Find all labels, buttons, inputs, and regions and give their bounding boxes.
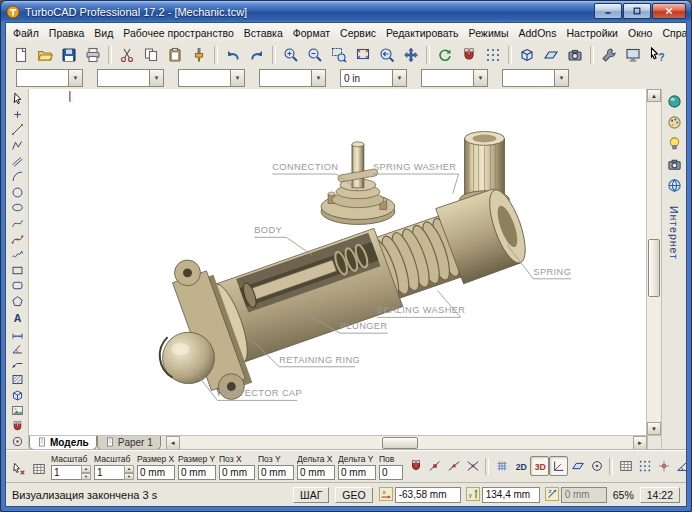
close-button[interactable] xyxy=(652,3,686,19)
toolbar-button-open-file[interactable] xyxy=(33,43,57,66)
tool-ellipse-tool[interactable] xyxy=(8,200,27,216)
toolbar-button-paste[interactable] xyxy=(163,43,187,66)
spinner-control[interactable]: ▲▼ xyxy=(81,465,91,480)
menu-edit[interactable]: Правка xyxy=(44,25,89,41)
toolbar-button-save-file[interactable] xyxy=(57,43,81,66)
toolbar-button-camera[interactable] xyxy=(563,43,587,66)
property-combo-7[interactable]: ▼ xyxy=(502,69,569,87)
tool-leader-tool[interactable] xyxy=(8,356,27,372)
chevron-down-icon[interactable]: ▼ xyxy=(149,70,163,86)
toolbar-button-block[interactable] xyxy=(515,43,539,66)
toolbar-button-previous-view[interactable] xyxy=(375,43,399,66)
toggle-magnet[interactable] xyxy=(406,456,425,476)
tool-image-tool[interactable] xyxy=(8,403,27,419)
field-input[interactable]: 0 xyxy=(379,465,403,480)
scroll-down-icon[interactable]: ▼ xyxy=(647,422,661,435)
sheet-tab-paper-1[interactable]: Paper 1 xyxy=(97,436,161,450)
property-combo-5[interactable]: 0 in▼ xyxy=(340,69,407,87)
menu-tools[interactable]: Сервис xyxy=(335,25,381,41)
field-input[interactable]: 0 mm xyxy=(258,465,294,480)
toggle-sel-3d[interactable]: 3D xyxy=(530,456,549,476)
toolbar-button-new-file[interactable] xyxy=(9,43,33,66)
tool-point[interactable] xyxy=(8,107,27,123)
horizontal-scroll-thumb[interactable] xyxy=(382,437,418,449)
vertical-scrollbar[interactable]: ▲ ▼ xyxy=(646,89,661,435)
geo-toggle[interactable]: GEO xyxy=(335,487,372,503)
toolbar-button-zoom-window[interactable] xyxy=(327,43,351,66)
tool-curve-tool[interactable] xyxy=(8,216,27,232)
field-input[interactable]: 1▲▼ xyxy=(51,465,91,480)
property-combo-6[interactable]: ▼ xyxy=(421,69,488,87)
maximize-button[interactable] xyxy=(623,3,651,19)
menu-format[interactable]: Формат xyxy=(288,25,335,41)
chevron-down-icon[interactable]: ▼ xyxy=(311,70,325,86)
minimize-button[interactable] xyxy=(594,3,622,19)
panel-materials-palette[interactable] xyxy=(665,113,684,131)
chevron-down-icon[interactable]: ▼ xyxy=(473,70,487,86)
coord-field-coord-y[interactable]: 134,4 mm xyxy=(482,487,540,503)
toolbar-button-grid-dots[interactable] xyxy=(481,43,505,66)
toggle-ucs[interactable] xyxy=(549,456,568,476)
toggle-grid-dots[interactable] xyxy=(635,456,654,476)
toolbar-button-format-painter[interactable] xyxy=(187,43,211,66)
field-input[interactable]: 0 mm xyxy=(338,465,376,480)
internet-panel-label[interactable]: Интернет xyxy=(668,206,680,260)
toggle-snap-grid[interactable] xyxy=(492,456,511,476)
toggle-angle-mode[interactable] xyxy=(673,456,687,476)
inspector-cursor-x-button[interactable] xyxy=(10,460,28,477)
tool-aperture[interactable] xyxy=(8,434,27,450)
turbocad-app-icon[interactable] xyxy=(6,5,20,19)
chevron-down-icon[interactable]: ▼ xyxy=(68,70,82,86)
toolbar-button-workplane[interactable] xyxy=(539,43,563,66)
toolbar-button-redo[interactable] xyxy=(245,43,269,66)
toggle-snap-middle[interactable] xyxy=(444,456,463,476)
toolbar-button-zoom-extents[interactable] xyxy=(351,43,375,66)
scroll-up-icon[interactable]: ▲ xyxy=(647,89,661,102)
drawing-canvas[interactable]: CONNECTIONSPRING WASHERBODYSPRINGSEALING… xyxy=(29,89,647,435)
toolbar-button-undo[interactable] xyxy=(221,43,245,66)
field-input[interactable]: 1▲▼ xyxy=(94,465,134,480)
tool-double-line[interactable] xyxy=(8,153,27,169)
property-combo-1[interactable]: ▼ xyxy=(16,69,83,87)
sheet-tab-модель[interactable]: Модель xyxy=(29,436,97,450)
coord-field-coord-z[interactable]: 0 mm xyxy=(561,487,607,503)
tool-freehand[interactable] xyxy=(8,247,27,263)
toolbar-button-zoom-in[interactable] xyxy=(279,43,303,66)
tool-polyline-tool[interactable] xyxy=(8,138,27,154)
field-input[interactable]: 0 mm xyxy=(219,465,255,480)
property-combo-4[interactable]: ▼ xyxy=(259,69,326,87)
vertical-scroll-thumb[interactable] xyxy=(648,239,660,297)
toggle-snap-intersection[interactable] xyxy=(463,456,482,476)
toolbar-button-print[interactable] xyxy=(81,43,105,66)
tool-rect-tool[interactable] xyxy=(8,263,27,279)
menu-window[interactable]: Окно xyxy=(623,25,657,41)
toolbar-button-pan[interactable] xyxy=(399,43,423,66)
spinner-down-icon[interactable]: ▼ xyxy=(81,473,91,481)
field-input[interactable]: 0 mm xyxy=(297,465,335,480)
tool-spline-tool[interactable] xyxy=(8,231,27,247)
menu-insert[interactable]: Вставка xyxy=(239,25,288,41)
tool-select-arrow[interactable] xyxy=(8,91,27,107)
toggle-sel-2d[interactable]: 2D xyxy=(511,456,530,476)
toolbar-button-redraw[interactable] xyxy=(433,43,457,66)
coord-y-icon[interactable]: y xyxy=(466,487,480,503)
tool-circle-tool[interactable] xyxy=(8,185,27,201)
tool-text-tool[interactable]: A xyxy=(8,309,27,325)
tool-magnet[interactable] xyxy=(8,418,27,434)
step-toggle[interactable]: ШАГ xyxy=(293,487,329,503)
spinner-up-icon[interactable]: ▲ xyxy=(81,465,91,473)
tool-hatch-tool[interactable] xyxy=(8,372,27,388)
spinner-down-icon[interactable]: ▼ xyxy=(124,473,134,481)
tool-arc-tool[interactable] xyxy=(8,169,27,185)
toggle-workplane[interactable] xyxy=(568,456,587,476)
menu-view[interactable]: Вид xyxy=(89,25,118,41)
coord-x-icon[interactable]: x xyxy=(379,487,393,503)
menu-modes[interactable]: Режимы xyxy=(464,25,514,41)
inspector-grid-table-button[interactable] xyxy=(30,460,48,477)
menu-modify[interactable]: Редактировать xyxy=(381,25,464,41)
scroll-left-icon[interactable]: ◄ xyxy=(166,436,180,450)
toolbar-button-wrench[interactable] xyxy=(597,43,621,66)
chevron-down-icon[interactable]: ▼ xyxy=(230,70,244,86)
toolbar-button-help-pointer[interactable]: ? xyxy=(645,43,669,66)
horizontal-scrollbar[interactable]: ◄ ► xyxy=(166,436,647,450)
